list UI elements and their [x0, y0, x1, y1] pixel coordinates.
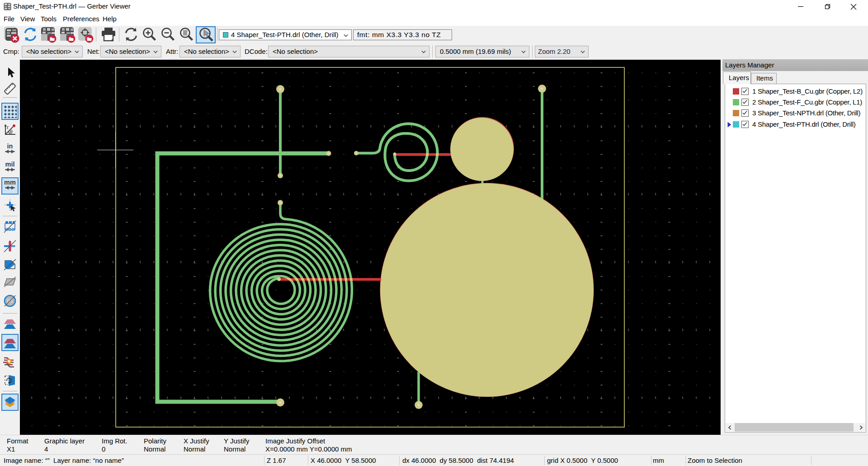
svg-text:in: in: [7, 143, 13, 150]
svg-text:θ: θ: [10, 129, 13, 135]
svg-text:mil: mil: [5, 161, 15, 168]
svg-text:mm: mm: [4, 179, 16, 186]
svg-text:r: r: [7, 124, 9, 130]
